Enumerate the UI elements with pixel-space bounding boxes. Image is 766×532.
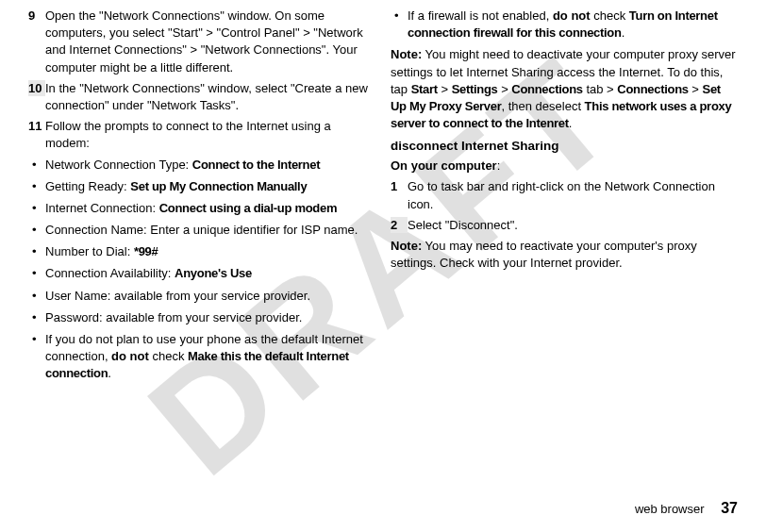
step-number: 2 xyxy=(391,217,408,233)
list-item: • User Name: available from your service… xyxy=(28,288,375,305)
bullet-label: Internet Connection: xyxy=(45,201,159,215)
bullet-value: Connect using a dial-up modem xyxy=(159,201,337,215)
note-label: Note: xyxy=(391,47,422,61)
bullet-icon: • xyxy=(32,157,45,174)
bullet-icon: • xyxy=(32,288,45,305)
step-10: 10 In the "Network Connections" window, … xyxy=(28,80,375,114)
bullet-icon: • xyxy=(32,178,45,195)
bullet-text: Connection Name: Enter a unique identifi… xyxy=(45,222,375,239)
step-text: Open the "Network Connections" window. O… xyxy=(45,8,375,76)
note-paragraph: Note: You may need to reactivate your co… xyxy=(391,238,738,272)
right-column: • If a firewall is not enabled, do not c… xyxy=(383,8,745,515)
section-heading: disconnect Internet Sharing xyxy=(391,138,738,156)
bullet-label: Getting Ready: xyxy=(45,179,130,193)
note-label: Note: xyxy=(391,239,422,253)
list-item: • Connection Name: Enter a unique identi… xyxy=(28,222,375,239)
list-item: • Password: available from your service … xyxy=(28,309,375,326)
note-text: You may need to reactivate your computer… xyxy=(391,239,697,270)
list-item: • Network Connection Type: Connect to th… xyxy=(28,157,375,174)
step-2: 2 Select "Disconnect". xyxy=(391,217,738,234)
bullet-value: Anyone's Use xyxy=(175,266,252,280)
step-text: Go to task bar and right-click on the Ne… xyxy=(408,178,738,212)
bullet-text: User Name: available from your service p… xyxy=(45,288,375,305)
bullet-icon: • xyxy=(32,331,45,383)
bullet-label: Number to Dial: xyxy=(45,244,134,258)
list-item: • Internet Connection: Connect using a d… xyxy=(28,200,375,217)
step-11: 11 Follow the prompts to connect to the … xyxy=(28,118,375,152)
list-item: • If you do not plan to use your phone a… xyxy=(28,331,375,383)
bullet-icon: • xyxy=(32,243,45,260)
step-text: Select "Disconnect". xyxy=(408,217,738,234)
step-number: 11 xyxy=(28,118,45,152)
page-content: 9 Open the "Network Connections" window.… xyxy=(0,0,766,532)
bullet-value: Connect to the Internet xyxy=(192,158,320,172)
step-text: In the "Network Connections" window, sel… xyxy=(45,80,375,114)
bullet-value: *99# xyxy=(134,244,158,258)
step-9: 9 Open the "Network Connections" window.… xyxy=(28,8,375,76)
page-footer: web browser 37 xyxy=(635,498,738,519)
bullet-text: Password: available from your service pr… xyxy=(45,309,375,326)
bullet-icon: • xyxy=(394,8,408,42)
bullet-label: Network Connection Type: xyxy=(45,158,192,172)
bullet-text: If you do not plan to use your phone as … xyxy=(45,331,375,383)
bullet-list: • If a firewall is not enabled, do not c… xyxy=(391,8,738,42)
footer-section: web browser xyxy=(635,502,705,516)
list-item: • Getting Ready: Set up My Connection Ma… xyxy=(28,178,375,195)
bullet-value: Set up My Connection Manually xyxy=(130,179,307,193)
step-number: 9 xyxy=(28,8,45,76)
list-item: • If a firewall is not enabled, do not c… xyxy=(391,8,738,42)
left-column: 9 Open the "Network Connections" window.… xyxy=(21,8,383,515)
step-number: 1 xyxy=(391,178,408,212)
bullet-icon: • xyxy=(32,200,45,217)
note-paragraph: Note: You might need to deactivate your … xyxy=(391,46,738,132)
step-number: 10 xyxy=(28,80,45,96)
bullet-text: If a firewall is not enabled, do not che… xyxy=(408,8,738,42)
list-item: • Connection Availability: Anyone's Use xyxy=(28,265,375,282)
bullet-icon: • xyxy=(32,222,45,239)
subheading: On your computer: xyxy=(391,158,738,175)
bullet-label: Connection Availability: xyxy=(45,266,175,280)
bullet-list: • Network Connection Type: Connect to th… xyxy=(28,157,375,383)
list-item: • Number to Dial: *99# xyxy=(28,243,375,260)
footer-page-number: 37 xyxy=(721,500,738,516)
bullet-icon: • xyxy=(32,309,45,326)
step-1: 1 Go to task bar and right-click on the … xyxy=(391,178,738,212)
step-text: Follow the prompts to connect to the Int… xyxy=(45,118,375,152)
bullet-icon: • xyxy=(32,265,45,282)
